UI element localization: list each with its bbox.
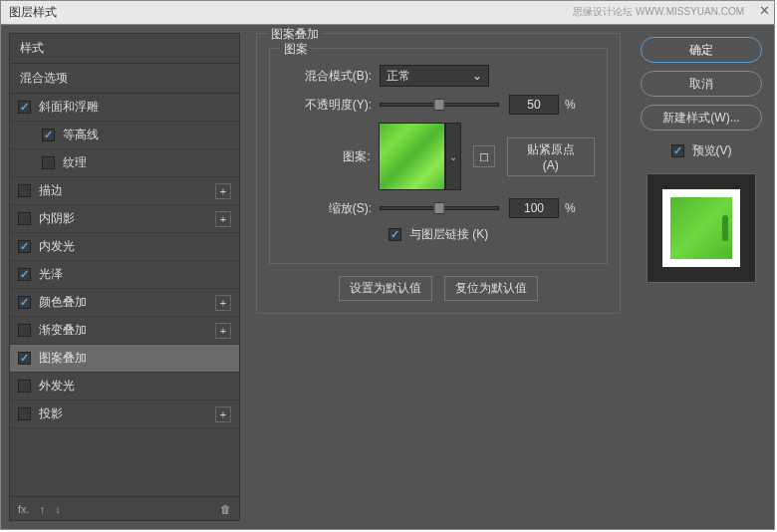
style-checkbox[interactable] xyxy=(18,101,31,114)
scale-label: 缩放(S): xyxy=(282,200,372,217)
pattern-preview[interactable] xyxy=(379,123,445,190)
watermark: 思缘设计论坛 WWW.MISSYUAN.COM xyxy=(573,5,744,19)
set-default-button[interactable]: 设置为默认值 xyxy=(339,276,432,301)
snap-origin-button[interactable]: 贴紧原点 (A) xyxy=(507,137,595,176)
actions-panel: 确定 取消 新建样式(W)... 预览(V) xyxy=(637,33,766,521)
blend-options-header[interactable]: 混合选项 xyxy=(10,64,239,94)
scale-thumb[interactable] xyxy=(434,202,445,214)
pattern-dropdown[interactable]: ⌄ xyxy=(445,123,461,190)
style-item[interactable]: 图案叠加 xyxy=(10,345,239,373)
preview-box xyxy=(647,173,756,283)
opacity-thumb[interactable] xyxy=(434,99,445,111)
style-label: 外发光 xyxy=(39,378,75,395)
scale-slider[interactable] xyxy=(380,206,499,210)
style-item[interactable]: 描边+ xyxy=(10,177,239,205)
chevron-down-icon: ⌄ xyxy=(472,69,482,83)
style-checkbox[interactable] xyxy=(18,407,31,420)
styles-panel: 样式 混合选项 斜面和浮雕等高线纹理描边+内阴影+内发光光泽颜色叠加+渐变叠加+… xyxy=(9,33,240,521)
add-effect-icon[interactable]: + xyxy=(215,323,231,339)
blend-mode-label: 混合模式(B): xyxy=(282,68,372,85)
ok-button[interactable]: 确定 xyxy=(641,37,762,63)
style-checkbox[interactable] xyxy=(18,268,31,281)
style-label: 内发光 xyxy=(39,238,75,255)
style-label: 等高线 xyxy=(63,127,99,143)
style-checkbox[interactable] xyxy=(18,324,31,337)
style-checkbox[interactable] xyxy=(42,156,55,169)
style-label: 图案叠加 xyxy=(39,350,87,367)
titlebar: 图层样式 思缘设计论坛 WWW.MISSYUAN.COM ✕ xyxy=(1,1,774,25)
style-label: 光泽 xyxy=(39,266,63,283)
style-label: 斜面和浮雕 xyxy=(39,99,99,116)
cancel-button[interactable]: 取消 xyxy=(641,71,762,97)
opacity-input[interactable] xyxy=(509,95,559,115)
style-checkbox[interactable] xyxy=(18,296,31,309)
style-label: 描边 xyxy=(39,182,63,199)
settings-panel: 图案叠加 图案 混合模式(B): 正常 ⌄ 不透明度(Y): xyxy=(248,33,629,521)
style-label: 内阴影 xyxy=(39,210,75,227)
pattern-label: 图案: xyxy=(282,148,371,165)
blend-mode-select[interactable]: 正常 ⌄ xyxy=(380,65,489,87)
add-effect-icon[interactable]: + xyxy=(215,406,231,422)
styles-header[interactable]: 样式 xyxy=(10,34,239,64)
style-label: 渐变叠加 xyxy=(39,322,87,339)
style-item[interactable]: 斜面和浮雕 xyxy=(10,94,239,122)
style-checkbox[interactable] xyxy=(18,240,31,253)
style-item[interactable]: 光泽 xyxy=(10,261,239,289)
add-effect-icon[interactable]: + xyxy=(215,211,231,227)
style-item[interactable]: 颜色叠加+ xyxy=(10,289,239,317)
style-item[interactable]: 渐变叠加+ xyxy=(10,317,239,345)
opacity-slider[interactable] xyxy=(380,103,499,107)
up-icon[interactable]: ↑ xyxy=(40,503,46,515)
style-label: 投影 xyxy=(39,405,63,422)
add-effect-icon[interactable]: + xyxy=(215,183,231,199)
percent-unit: % xyxy=(565,98,576,112)
pattern-fieldset: 图案 混合模式(B): 正常 ⌄ 不透明度(Y): xyxy=(269,48,608,264)
style-label: 颜色叠加 xyxy=(39,294,87,311)
new-pattern-icon[interactable]: ◻ xyxy=(473,145,495,167)
down-icon[interactable]: ↓ xyxy=(55,503,61,515)
scale-input[interactable] xyxy=(509,198,559,218)
style-checkbox[interactable] xyxy=(18,352,31,365)
add-effect-icon[interactable]: + xyxy=(215,295,231,311)
style-item[interactable]: 内阴影+ xyxy=(10,205,239,233)
link-checkbox[interactable] xyxy=(388,228,401,241)
styles-footer: fx. ↑ ↓ 🗑 xyxy=(10,496,239,520)
style-checkbox[interactable] xyxy=(18,184,31,197)
style-checkbox[interactable] xyxy=(18,380,31,393)
style-item[interactable]: 投影+ xyxy=(10,400,239,428)
pattern-subtitle: 图案 xyxy=(280,41,312,58)
percent-unit-2: % xyxy=(565,201,576,215)
style-item[interactable]: 纹理 xyxy=(10,149,239,177)
close-icon[interactable]: ✕ xyxy=(759,3,770,18)
style-item[interactable]: 内发光 xyxy=(10,233,239,261)
style-checkbox[interactable] xyxy=(18,212,31,225)
dialog-title: 图层样式 xyxy=(9,4,57,21)
preview-checkbox[interactable] xyxy=(671,144,684,157)
new-style-button[interactable]: 新建样式(W)... xyxy=(641,105,762,131)
style-item[interactable]: 外发光 xyxy=(10,373,239,400)
link-label: 与图层链接 (K) xyxy=(409,226,488,243)
preview-label: 预览(V) xyxy=(692,142,732,159)
opacity-label: 不透明度(Y): xyxy=(282,97,372,114)
style-label: 纹理 xyxy=(63,154,87,171)
pattern-overlay-fieldset: 图案叠加 图案 混合模式(B): 正常 ⌄ 不透明度(Y): xyxy=(256,33,621,314)
reset-default-button[interactable]: 复位为默认值 xyxy=(444,276,538,301)
trash-icon[interactable]: 🗑 xyxy=(220,503,231,515)
fx-icon[interactable]: fx. xyxy=(18,503,30,515)
style-checkbox[interactable] xyxy=(42,129,55,141)
style-item[interactable]: 等高线 xyxy=(10,122,239,149)
